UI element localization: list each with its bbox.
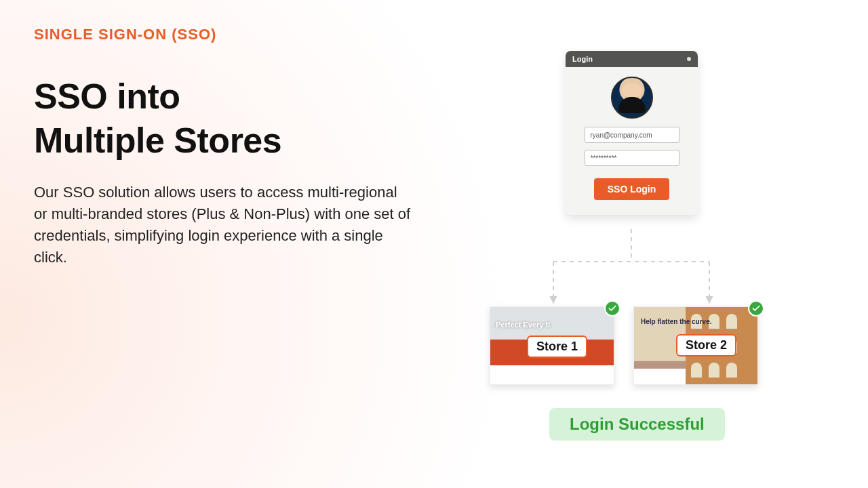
store2-label: Store 2 [676, 334, 736, 357]
login-titlebar: Login [566, 51, 698, 67]
window-dot-icon [687, 57, 691, 61]
login-success-badge: Login Successful [549, 408, 725, 441]
email-field[interactable] [585, 127, 679, 143]
login-title: Login [572, 55, 593, 63]
check-icon [748, 300, 764, 317]
store1-label: Store 1 [527, 336, 587, 358]
check-icon [604, 300, 620, 317]
store2-hero-text: Help flatten the curve. [641, 318, 711, 325]
login-card: Login SSO Login [566, 51, 698, 215]
marketing-copy: SINGLE SIGN-ON (SSO) SSO into Multiple S… [34, 26, 414, 268]
sso-login-button[interactable]: SSO Login [594, 178, 670, 200]
headline-line-2: Multiple Stores [34, 121, 281, 160]
avatar [611, 77, 653, 119]
password-field[interactable] [585, 150, 679, 166]
headline-line-1: SSO into [34, 77, 180, 116]
store-preview-2: Help flatten the curve. Store 2 [633, 306, 758, 385]
body-copy: Our SSO solution allows users to access … [34, 182, 414, 268]
connector-lines [488, 229, 773, 310]
headline: SSO into Multiple Stores [34, 75, 414, 163]
store1-hero-text: Perfect Every ti [496, 321, 550, 329]
store-preview-1: Perfect Every ti Store 1 [490, 306, 614, 385]
eyebrow: SINGLE SIGN-ON (SSO) [34, 26, 414, 43]
